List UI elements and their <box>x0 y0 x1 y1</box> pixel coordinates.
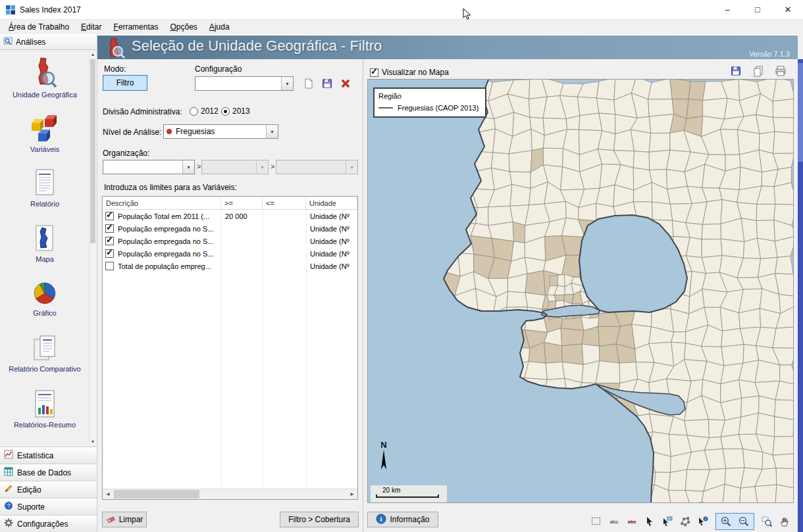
table-row[interactable]: População Total em 2011 (... 20 000 Unid… <box>103 210 357 222</box>
sidebar-item-grafico[interactable]: Gráfico <box>0 271 90 326</box>
identify-icon[interactable]: i <box>695 514 711 529</box>
dropdown-arrow-icon[interactable]: ▾ <box>266 125 278 138</box>
new-configuration-icon[interactable] <box>303 78 315 91</box>
header-descricao[interactable]: Descrição <box>103 197 221 209</box>
row-checkbox[interactable] <box>105 224 114 233</box>
menu-area-de-trabalho[interactable]: Área de Trabalho <box>3 21 75 33</box>
right-scrollbar[interactable] <box>798 59 803 532</box>
row-checkbox[interactable] <box>105 249 114 258</box>
row-description: População empregada no S... <box>118 225 222 233</box>
select-features-icon[interactable] <box>660 514 675 529</box>
report-icon <box>34 168 56 199</box>
sidebar-scroll-thumb[interactable] <box>90 59 95 243</box>
right-scroll-thumb[interactable] <box>798 63 803 162</box>
menu-opcoes[interactable]: Opções <box>164 21 203 33</box>
organization-dropdown-1[interactable]: ▾ <box>103 160 195 174</box>
section-suporte[interactable]: ? Suporte <box>0 498 97 515</box>
section-configuracoes[interactable]: Configurações <box>0 515 97 532</box>
menu-ferramentas[interactable]: Ferramentas <box>107 21 164 33</box>
header-max[interactable]: <= <box>263 197 306 209</box>
informacao-button[interactable]: i Informação <box>367 512 438 527</box>
radio-2012-circle[interactable] <box>190 107 198 116</box>
configuration-dropdown[interactable]: ▾ <box>195 76 294 91</box>
section-base-de-dados[interactable]: Base de Dados <box>0 464 97 481</box>
sidebar-scrollbar[interactable]: ▲ ▼ <box>89 51 96 446</box>
filtro-cobertura-button[interactable]: Filtro > Cobertura <box>280 512 359 527</box>
sidebar-item-variaveis[interactable]: Variáveis <box>0 105 90 160</box>
sidebar-accordion: Estatística Base de Dados Edição ? Supor… <box>0 447 97 532</box>
menu-editar[interactable]: Editar <box>75 21 107 33</box>
copy-map-icon[interactable] <box>750 64 766 78</box>
sidebar-item-relatorio[interactable]: Relatório <box>0 160 90 216</box>
header-min[interactable]: >= <box>221 197 263 209</box>
table-row[interactable]: População empregada no S... Unidade (Nº <box>103 222 357 235</box>
dropdown-arrow-icon[interactable]: ▾ <box>182 160 194 174</box>
organization-value-3 <box>279 160 346 174</box>
zoom-in-icon[interactable] <box>718 514 734 529</box>
radio-2013[interactable]: 2013 <box>221 107 250 116</box>
table-horizontal-scrollbar[interactable]: ◄ ► <box>103 489 357 499</box>
close-button[interactable]: ✕ <box>773 0 803 20</box>
zoom-extent-icon[interactable] <box>759 514 775 529</box>
edit-geometry-icon[interactable] <box>677 514 693 529</box>
legend-item: Freguesias (CAOP 2013) <box>378 104 481 112</box>
radio-2012[interactable]: 2012 <box>190 107 219 116</box>
header-unidade[interactable]: Unidade <box>306 197 357 209</box>
scroll-down-arrow[interactable]: ▼ <box>90 438 96 446</box>
radio-2013-circle[interactable] <box>221 107 230 116</box>
row-description: População Total em 2011 (... <box>118 212 222 220</box>
sidebar-item-unidade-geografica[interactable]: Unidade Geográfica <box>0 50 90 105</box>
column-divider <box>221 210 222 488</box>
visualize-on-map-checkbox[interactable]: Visualizar no Mapa <box>370 68 449 77</box>
menu-ajuda[interactable]: Ajuda <box>203 21 236 33</box>
pan-hand-icon[interactable] <box>777 514 792 529</box>
title-bar: Sales Index 2017 – □ ✕ <box>0 0 803 20</box>
section-edicao[interactable]: Edição <box>0 481 97 498</box>
sidebar-item-relatorio-comparativo[interactable]: Relatório Comparativo <box>0 326 90 381</box>
limpar-button[interactable]: Limpar <box>102 512 147 527</box>
row-checkbox[interactable] <box>105 262 114 270</box>
svg-text:abc: abc <box>610 519 619 525</box>
sidebar-item-label: Gráfico <box>33 310 56 318</box>
row-checkbox[interactable] <box>105 212 114 220</box>
column-divider <box>263 210 263 488</box>
save-map-icon[interactable] <box>728 64 744 78</box>
minimize-button[interactable]: – <box>712 0 742 20</box>
labels-off-icon[interactable]: abc <box>624 514 640 529</box>
visualize-checkbox-box[interactable] <box>370 68 378 77</box>
organization-dropdown-3[interactable]: ▾ <box>276 160 358 174</box>
dropdown-arrow-icon[interactable]: ▾ <box>281 77 293 90</box>
dropdown-arrow-icon[interactable]: ▾ <box>256 160 268 174</box>
select-rectangle-icon[interactable] <box>588 514 604 529</box>
support-icon: ? <box>4 501 13 512</box>
sidebar-item-mapa[interactable]: Mapa <box>0 216 90 271</box>
sidebar-item-relatorios-resumo[interactable]: Relatórios-Resumo <box>0 381 90 437</box>
zoom-out-icon[interactable] <box>736 514 752 529</box>
sidebar-header-analises[interactable]: Análises <box>0 34 97 50</box>
pointer-icon[interactable] <box>642 514 658 529</box>
section-estatistica[interactable]: Estatística <box>0 447 97 464</box>
organization-dropdown-2[interactable]: ▾ <box>201 160 269 174</box>
table-row[interactable]: Total de população empreg... Unidade (Nº <box>103 260 357 272</box>
geographic-unit-icon <box>32 57 58 90</box>
table-row[interactable]: População empregada no S... Unidade (Nº <box>103 235 357 247</box>
delete-configuration-icon[interactable] <box>340 78 351 91</box>
filtro-mode-button[interactable]: Filtro <box>103 75 147 91</box>
row-min-value[interactable]: 20 000 <box>222 212 263 220</box>
table-row[interactable]: População empregada no S... Unidade (Nº <box>103 247 357 260</box>
map-canvas[interactable]: Região Freguesias (CAOP 2013) N 20 km <box>367 79 794 503</box>
analysis-level-dropdown[interactable]: Freguesias ▾ <box>163 124 278 139</box>
dropdown-arrow-icon[interactable]: ▾ <box>346 160 357 174</box>
save-configuration-icon[interactable] <box>321 78 333 91</box>
labels-on-icon[interactable]: abc <box>606 514 622 529</box>
variable-limits-label: Introduza os limites para as Variáveis: <box>104 183 237 192</box>
scroll-up-arrow[interactable]: ▲ <box>90 51 96 59</box>
row-checkbox[interactable] <box>105 237 114 245</box>
print-map-icon[interactable] <box>773 64 789 78</box>
table-scroll-thumb[interactable] <box>114 490 199 498</box>
maximize-button[interactable]: □ <box>742 0 773 20</box>
version-label: Versão 7.1.3 <box>749 50 790 58</box>
window-title: Sales Index 2017 <box>20 5 81 14</box>
scroll-left-arrow[interactable]: ◄ <box>103 489 113 499</box>
scroll-right-arrow[interactable]: ► <box>347 489 357 499</box>
